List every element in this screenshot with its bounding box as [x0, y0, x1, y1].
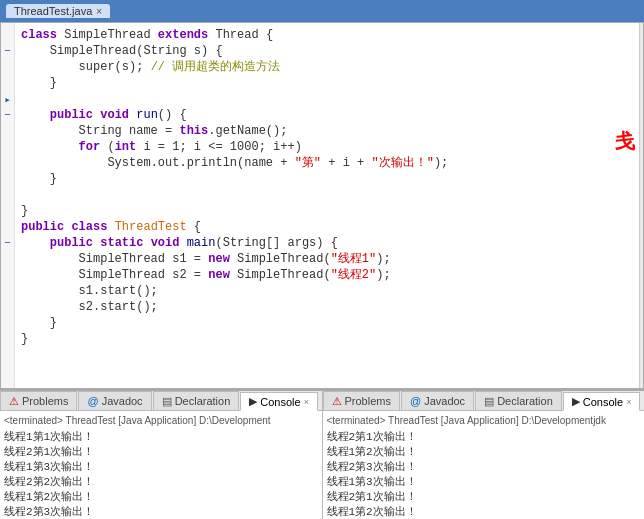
left-console-content: <terminated> ThreadTest [Java Applicatio…: [0, 411, 322, 519]
console-output-line: 线程1第3次输出！: [4, 460, 318, 475]
gutter-row: [1, 187, 14, 203]
gutter-row: [1, 299, 14, 315]
tab-close-button[interactable]: ×: [96, 6, 102, 17]
console-icon: ▶: [249, 395, 257, 408]
right-console-content: <terminated> ThreadTest [Java Applicatio…: [323, 411, 645, 519]
gutter-row: [1, 267, 14, 283]
tab-declaration-right[interactable]: ▤ Declaration: [475, 391, 562, 410]
console-icon: ▶: [572, 395, 580, 408]
problems-icon: ⚠: [332, 395, 342, 408]
title-bar: ThreadTest.java ×: [0, 0, 644, 22]
right-panel: ⚠ Problems @ Javadoc ▤ Declaration ▶ Con…: [323, 391, 645, 519]
console-output-line: 线程2第2次输出！: [4, 475, 318, 490]
decl-icon: ▤: [162, 395, 172, 408]
gutter-row: [1, 27, 14, 43]
console-tab-close[interactable]: ×: [304, 397, 309, 407]
console-header-left: <terminated> ThreadTest [Java Applicatio…: [4, 413, 318, 428]
console-output-line: 线程1第3次输出！: [327, 475, 641, 490]
console-output-line: 线程2第3次输出！: [327, 460, 641, 475]
tab-label: ThreadTest.java: [14, 5, 92, 17]
console-output-line: 线程1第2次输出！: [327, 505, 641, 519]
tab-label: Declaration: [497, 395, 553, 407]
gutter-row: [1, 219, 14, 235]
gutter-row: [1, 123, 14, 139]
gutter-row: −: [1, 43, 14, 59]
decl-icon: ▤: [484, 395, 494, 408]
console-output-line: 线程2第1次输出！: [327, 490, 641, 505]
tab-label: Javadoc: [424, 395, 465, 407]
tab-label: Problems: [345, 395, 391, 407]
console-header-right: <terminated> ThreadTest [Java Applicatio…: [327, 413, 641, 428]
bottom-panel: ⚠ Problems @ Javadoc ▤ Declaration ▶ Con…: [0, 389, 644, 519]
tab-javadoc-right[interactable]: @ Javadoc: [401, 391, 474, 410]
gutter-row: [1, 75, 14, 91]
console-output-line: 线程2第1次输出！: [327, 430, 641, 445]
gutter-row: [1, 155, 14, 171]
tab-label: Console: [583, 396, 623, 408]
editor-area: − ▸ − − class SimpleThread extends Threa…: [0, 22, 644, 389]
vertical-ruler: [639, 23, 643, 388]
tab-label: Declaration: [175, 395, 231, 407]
code-editor[interactable]: class SimpleThread extends Thread { Simp…: [15, 23, 639, 388]
tab-javadoc-left[interactable]: @ Javadoc: [78, 391, 151, 410]
console-output-line: 线程1第2次输出！: [4, 490, 318, 505]
tab-label: Problems: [22, 395, 68, 407]
console-output-line: 线程1第1次输出！: [4, 430, 318, 445]
gutter-row: [1, 139, 14, 155]
tab-problems-right[interactable]: ⚠ Problems: [323, 391, 400, 410]
left-panel-tabs: ⚠ Problems @ Javadoc ▤ Declaration ▶ Con…: [0, 391, 322, 411]
gutter-row: [1, 283, 14, 299]
gutter-row: [1, 203, 14, 219]
tab-console-right[interactable]: ▶ Console ×: [563, 392, 641, 411]
tab-problems-left[interactable]: ⚠ Problems: [0, 391, 77, 410]
gutter-row: [1, 251, 14, 267]
error-marker: 戋: [615, 128, 635, 155]
tab-label: Javadoc: [102, 395, 143, 407]
gutter-row: [1, 315, 14, 331]
javadoc-icon: @: [87, 395, 98, 407]
console-output-line: 线程1第2次输出！: [327, 445, 641, 460]
tab-console-left[interactable]: ▶ Console ×: [240, 392, 318, 411]
javadoc-icon: @: [410, 395, 421, 407]
tab-label: Console: [260, 396, 300, 408]
editor-tab[interactable]: ThreadTest.java ×: [6, 4, 110, 18]
left-panel: ⚠ Problems @ Javadoc ▤ Declaration ▶ Con…: [0, 391, 323, 519]
gutter-row: ▸: [1, 91, 14, 107]
editor-gutter: − ▸ − −: [1, 23, 15, 388]
gutter-row: [1, 171, 14, 187]
gutter-row: −: [1, 235, 14, 251]
console-output-line: 线程2第1次输出！: [4, 445, 318, 460]
console-tab-close-right[interactable]: ×: [626, 397, 631, 407]
console-output-line: 线程2第3次输出！: [4, 505, 318, 519]
right-panel-tabs: ⚠ Problems @ Javadoc ▤ Declaration ▶ Con…: [323, 391, 645, 411]
tab-declaration-left[interactable]: ▤ Declaration: [153, 391, 240, 410]
gutter-row: −: [1, 107, 14, 123]
problems-icon: ⚠: [9, 395, 19, 408]
gutter-row: [1, 59, 14, 75]
